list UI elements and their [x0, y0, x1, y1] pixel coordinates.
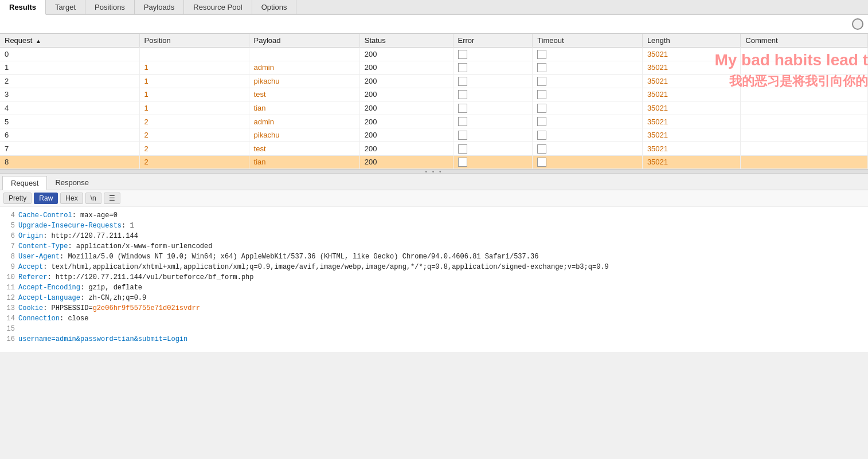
request-line-4: 4Cache-Control: max-age=0 [5, 210, 863, 221]
tab-response[interactable]: Response [47, 176, 97, 190]
error-checkbox[interactable] [458, 131, 467, 140]
btn-hex[interactable]: Hex [60, 193, 83, 204]
tab-options[interactable]: Options [252, 0, 297, 14]
timeout-checkbox[interactable] [537, 63, 546, 72]
request-line-16: 16username=admin&password=tian&submit=Lo… [5, 334, 863, 344]
error-checkbox[interactable] [458, 117, 467, 126]
tab-resource-pool[interactable]: Resource Pool [184, 0, 252, 14]
request-line-5: 5Upgrade-Insecure-Requests: 1 [5, 221, 863, 231]
request-line-7: 7Content-Type: application/x-www-form-ur… [5, 241, 863, 252]
filter-bar [0, 15, 868, 34]
btn-menu[interactable]: ☰ [104, 193, 120, 204]
error-checkbox[interactable] [458, 77, 467, 86]
error-checkbox[interactable] [458, 104, 467, 113]
request-line-8: 8User-Agent: Mozilla/5.0 (Windows NT 10.… [5, 252, 863, 262]
col-timeout[interactable]: Timeout [533, 34, 643, 48]
request-line-15: 15 [5, 324, 863, 334]
error-checkbox[interactable] [458, 144, 467, 154]
timeout-checkbox[interactable] [537, 144, 546, 154]
table-row[interactable]: 62pikachu20035021 [0, 128, 868, 142]
sub-tabs: Pretty Raw Hex \n ☰ [0, 190, 868, 207]
request-line-9: 9Accept: text/html,application/xhtml+xml… [5, 262, 863, 272]
bottom-panel: Request Response Pretty Raw Hex \n ☰ 4Ca… [0, 174, 868, 352]
col-payload[interactable]: Payload [249, 34, 359, 48]
request-line-12: 12Accept-Language: zh-CN,zh;q=0.9 [5, 293, 863, 303]
help-button[interactable] [852, 18, 863, 30]
bottom-tabs: Request Response [0, 174, 868, 190]
request-line-10: 10Referer: http://120.77.211.144/vul/bur… [5, 272, 863, 283]
table-row[interactable]: 41tian20035021 [0, 101, 868, 115]
btn-newline[interactable]: \n [85, 193, 101, 204]
tab-bar: Results Target Positions Payloads Resour… [0, 0, 868, 15]
timeout-checkbox[interactable] [537, 117, 546, 126]
table-row[interactable]: 72test20035021 [0, 142, 868, 155]
tab-request[interactable]: Request [2, 176, 47, 190]
error-checkbox[interactable] [458, 90, 467, 99]
col-length[interactable]: Length [642, 34, 740, 48]
error-checkbox[interactable] [458, 63, 467, 72]
tab-target[interactable]: Target [46, 0, 85, 14]
col-position[interactable]: Position [139, 34, 249, 48]
table-row[interactable]: 020035021 [0, 48, 868, 61]
timeout-checkbox[interactable] [537, 90, 546, 99]
btn-raw[interactable]: Raw [34, 193, 58, 204]
tab-positions[interactable]: Positions [85, 0, 135, 14]
error-checkbox[interactable] [458, 158, 467, 167]
table-row[interactable]: 52admin20035021 [0, 115, 868, 128]
request-line-6: 6Origin: http://120.77.211.144 [5, 231, 863, 241]
table-row[interactable]: 21pikachu20035021 [0, 74, 868, 88]
tab-results[interactable]: Results [0, 0, 46, 15]
request-line-11: 11Accept-Encoding: gzip, deflate [5, 283, 863, 293]
table-row[interactable]: 31test20035021 [0, 88, 868, 101]
request-line-13: 13Cookie: PHPSESSID=g2e06hr9f55755e71d02… [5, 303, 863, 313]
col-request[interactable]: Request ▲ [0, 34, 139, 48]
request-line-14: 14Connection: close [5, 313, 863, 324]
results-table-area: My bad habits lead t 我的恶习是将我引向你的 Request… [0, 34, 868, 169]
timeout-checkbox[interactable] [537, 50, 546, 59]
results-table: Request ▲ Position Payload Status Error … [0, 34, 868, 169]
col-comment[interactable]: Comment [741, 34, 868, 48]
col-status[interactable]: Status [359, 34, 453, 48]
error-checkbox[interactable] [458, 50, 467, 59]
request-content: 4Cache-Control: max-age=0 5Upgrade-Insec… [0, 207, 868, 352]
splitter[interactable]: • • • [0, 169, 868, 174]
timeout-checkbox[interactable] [537, 104, 546, 113]
col-error[interactable]: Error [453, 34, 533, 48]
table-row[interactable]: 11admin20035021 [0, 61, 868, 74]
btn-pretty[interactable]: Pretty [3, 193, 32, 204]
table-row[interactable]: 82tian20035021 [0, 155, 868, 169]
timeout-checkbox[interactable] [537, 77, 546, 86]
tab-payloads[interactable]: Payloads [135, 0, 184, 14]
timeout-checkbox[interactable] [537, 158, 546, 167]
timeout-checkbox[interactable] [537, 131, 546, 140]
